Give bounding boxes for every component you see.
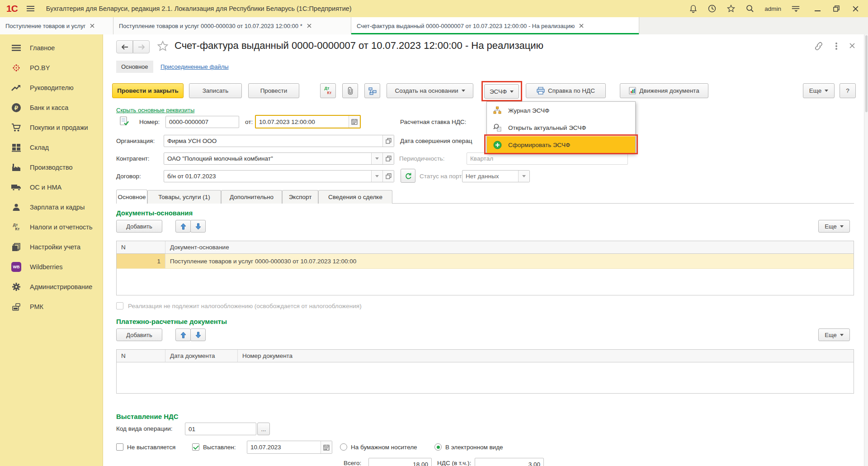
menu-item-open-actual-eschf[interactable]: Открыть актуальный ЭСЧФ <box>487 119 635 136</box>
sidebar-item-wildberries[interactable]: WB Wildberries <box>0 257 103 277</box>
main-menu-icon[interactable] <box>27 6 34 11</box>
open-icon[interactable] <box>382 153 394 164</box>
subnav-attached-files-link[interactable]: Присоединенные файлы <box>160 63 229 70</box>
form-tab-additional[interactable]: Дополнительно <box>221 190 282 204</box>
menu-item-generate-eschf[interactable]: Сформировать ЭСЧФ <box>487 136 635 153</box>
operation-code-field[interactable]: 01 <box>185 423 256 435</box>
periodicity-field: Квартал <box>467 152 628 165</box>
search-icon[interactable] <box>745 4 755 13</box>
sidebar-item-purchases-sales[interactable]: Покупки и продажи <box>0 118 103 138</box>
favorite-star-icon[interactable] <box>156 40 169 54</box>
organization-field[interactable]: Фирма УСН ООО <box>164 135 394 147</box>
column-n[interactable]: N <box>117 241 165 253</box>
sidebar-item-os-nma[interactable]: ОС и НМА <box>0 177 103 197</box>
show-postings-dtkt-button[interactable]: Дт Кт <box>320 83 336 98</box>
sidebar-item-main[interactable]: Главное <box>0 38 103 58</box>
history-icon[interactable] <box>708 4 717 13</box>
current-user[interactable]: admin <box>764 5 781 12</box>
issued-checkbox[interactable] <box>192 443 199 451</box>
sidebar-item-administration[interactable]: Администрирование <box>0 277 103 297</box>
vat-amount-field[interactable]: 3,00 <box>475 458 544 466</box>
tab-close-icon[interactable] <box>90 24 94 28</box>
tab-close-icon[interactable] <box>579 24 584 28</box>
date-field[interactable]: 10.07.2023 12:00:00 <box>255 115 361 128</box>
related-documents-button[interactable] <box>364 83 380 98</box>
form-tab-goods-services[interactable]: Товары, услуги (1) <box>147 190 221 204</box>
more-actions-dots-icon[interactable] <box>835 42 838 51</box>
not-issued-checkbox[interactable] <box>116 443 123 451</box>
table-row[interactable]: 1 Поступление товаров и услуг 0000-00003… <box>117 254 854 269</box>
sidebar-item-warehouse[interactable]: Склад <box>0 138 103 157</box>
close-form-icon[interactable] <box>849 43 855 51</box>
back-button[interactable] <box>116 40 133 53</box>
total-field[interactable]: 18,00 <box>368 458 432 466</box>
write-button[interactable]: Записать <box>189 83 242 98</box>
service-menu-icon[interactable] <box>791 4 800 13</box>
base-docs-move-up-button[interactable] <box>175 220 191 233</box>
document-movements-button[interactable]: Движения документа <box>620 83 708 98</box>
form-tab-main[interactable]: Основное <box>116 190 147 204</box>
window-tab-3-active[interactable]: Счет-фактура выданный 0000-0000007 от 10… <box>351 17 639 34</box>
subnav-main[interactable]: Основное <box>116 61 153 73</box>
column-document-date[interactable]: Дата документа <box>165 350 238 362</box>
sidebar-item-production[interactable]: Производство <box>0 157 103 177</box>
issued-date-field[interactable]: 10.07.2023 <box>247 441 332 454</box>
open-icon[interactable] <box>382 135 394 147</box>
column-document-number[interactable]: Номер документа <box>238 350 854 362</box>
calendar-icon[interactable] <box>349 116 360 128</box>
sidebar-item-rmk[interactable]: РМК <box>0 297 103 317</box>
restore-window-icon[interactable] <box>832 4 841 13</box>
base-docs-more-button[interactable]: Еще <box>818 220 850 233</box>
base-docs-add-button[interactable]: Добавить <box>116 220 162 233</box>
sidebar-item-poby[interactable]: PO.BY <box>0 58 103 78</box>
pay-docs-add-button[interactable]: Добавить <box>116 328 162 341</box>
help-button[interactable]: ? <box>840 83 856 98</box>
post-and-close-button[interactable]: Провести и закрыть <box>112 83 184 98</box>
open-icon[interactable] <box>382 171 394 182</box>
hide-requisites-link[interactable]: Скрыть основные реквизиты <box>116 107 194 114</box>
calendar-icon[interactable] <box>321 441 332 453</box>
menu-item-eschf-journal[interactable]: Журнал ЭСЧФ <box>487 102 635 119</box>
forward-button[interactable] <box>133 40 150 53</box>
toolbar-more-button[interactable]: Еще <box>803 83 835 98</box>
chevron-down-icon[interactable] <box>371 171 382 182</box>
close-window-icon[interactable] <box>851 4 860 13</box>
paper-radio[interactable] <box>340 443 347 451</box>
number-field[interactable]: 0000-0000007 <box>165 116 239 128</box>
window-tab-1[interactable]: Поступление товаров и услуг <box>0 17 113 34</box>
base-docs-move-down-button[interactable] <box>190 220 206 233</box>
favorites-star-icon[interactable] <box>726 4 736 13</box>
contract-field[interactable]: б/н от 01.07.2023 <box>164 170 394 182</box>
refresh-portal-status-button[interactable] <box>401 169 415 183</box>
post-button[interactable]: Провести <box>248 83 299 98</box>
attachments-paperclip-button[interactable] <box>342 83 358 98</box>
sidebar-item-salary-hr[interactable]: Зарплата и кадры <box>0 197 103 217</box>
column-base-document[interactable]: Документ-основание <box>165 241 854 253</box>
notifications-bell-icon[interactable] <box>689 4 698 13</box>
operation-code-select-button[interactable]: ... <box>257 423 270 435</box>
column-n[interactable]: N <box>117 350 165 362</box>
contractor-field[interactable]: ОАО "Полоцкий молочный комбинат" <box>164 152 394 165</box>
sidebar-item-accounting-settings[interactable]: Настройки учета <box>0 237 103 257</box>
create-based-on-button[interactable]: Создать на основании <box>387 83 473 98</box>
cell-base-document[interactable]: Поступление товаров и услуг 0000-000030 … <box>165 254 854 268</box>
form-tab-deal-info[interactable]: Сведения о сделке <box>318 190 392 204</box>
scrollbar-thumb[interactable] <box>865 35 868 112</box>
sidebar-item-manager[interactable]: Руководителю <box>0 78 103 98</box>
get-link-icon[interactable] <box>814 42 824 52</box>
pay-docs-move-up-button[interactable] <box>175 328 191 341</box>
window-tab-2[interactable]: Поступление товаров и услуг 0000-000030 … <box>113 17 351 34</box>
electronic-radio[interactable] <box>434 443 442 451</box>
tab-close-icon[interactable] <box>307 24 311 28</box>
vat-reference-button[interactable]: Справка по НДС <box>526 83 606 98</box>
eschf-button[interactable]: ЭСЧФ <box>484 84 519 99</box>
sidebar-item-bank-cash[interactable]: ₽ Банк и касса <box>0 98 103 118</box>
minimize-window-icon[interactable] <box>813 4 822 13</box>
vertical-scrollbar[interactable] <box>864 34 868 466</box>
form-tab-export[interactable]: Экспорт <box>282 190 318 204</box>
cell-n[interactable]: 1 <box>117 254 165 268</box>
pay-docs-more-button[interactable]: Еще <box>818 328 850 341</box>
pay-docs-move-down-button[interactable] <box>190 328 206 341</box>
sidebar-item-taxes[interactable]: Дт Кт Налоги и отчетность <box>0 217 103 237</box>
chevron-down-icon[interactable] <box>371 153 382 164</box>
